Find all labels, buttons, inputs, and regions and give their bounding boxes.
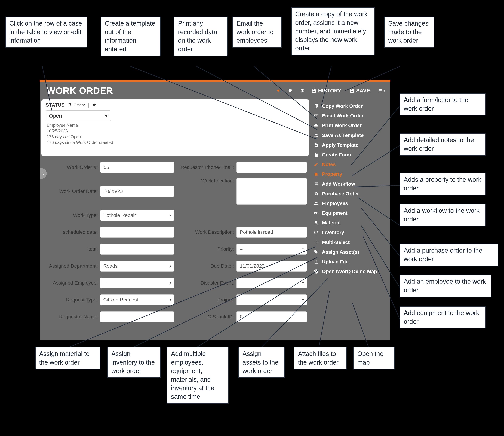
side-item-open-iworq-demo-map[interactable]: Open iWorQ Demo Map [311, 267, 390, 276]
camera-icon [313, 191, 319, 196]
page-title: WORK ORDER [47, 85, 113, 96]
side-item-label: Upload File [322, 258, 349, 265]
form-label: Disaster Event: [178, 280, 234, 286]
side-item-label: Apply Template [322, 142, 358, 148]
side-item-email-work-order[interactable]: Email Work Order [311, 111, 390, 121]
status-favorite-button[interactable] [92, 103, 96, 107]
form-label: scheduled date: [45, 229, 98, 235]
callout-notes: Add detailed notes to the work order [400, 133, 486, 155]
menu-toggle[interactable]: ≡ › [376, 87, 385, 95]
select-value: Roads [103, 263, 117, 269]
side-item-employees[interactable]: Employees [311, 199, 390, 208]
chevron-right-icon: › [383, 88, 385, 93]
text-input[interactable] [100, 227, 174, 238]
text-field[interactable] [103, 246, 171, 252]
heart-icon[interactable] [286, 87, 294, 94]
side-item-property[interactable]: Property [311, 169, 390, 179]
status-history-button[interactable]: History [68, 103, 85, 107]
select-value: Citizen Request [103, 297, 138, 303]
callout-material: Assign material to the work order [35, 347, 100, 369]
text-field[interactable] [103, 164, 171, 170]
form-row: test: [45, 241, 174, 257]
callout-assets: Assign assets to the work order [238, 347, 285, 378]
file-add-icon [313, 143, 319, 147]
upload-icon [313, 260, 319, 264]
form-grid: Work Order #:Requestor Phone/Email:Work … [40, 159, 311, 325]
heart-icon [92, 103, 96, 107]
side-item-label: Multi-Select [322, 239, 350, 246]
text-input[interactable] [236, 261, 307, 272]
select-input[interactable]: --▾ [236, 244, 307, 254]
side-item-copy-work-order[interactable]: Copy Work Order [311, 101, 390, 111]
home-icon [313, 172, 319, 176]
text-input[interactable] [100, 244, 174, 254]
hamburger-icon: ≡ [378, 87, 382, 95]
side-item-label: Save As Template [322, 132, 364, 139]
side-item-label: Email Work Order [322, 112, 364, 119]
side-item-label: Print Work Order [322, 122, 362, 129]
side-item-add-workflow[interactable]: Add Workflow [311, 179, 390, 189]
history-button[interactable]: HISTORY [309, 88, 343, 94]
text-field[interactable] [240, 263, 304, 269]
side-item-print-work-order[interactable]: Print Work Order [311, 121, 390, 130]
side-item-multi-select[interactable]: Multi-Select [311, 237, 390, 247]
chevron-left-icon: ‹ [43, 171, 44, 176]
file-icon [313, 153, 319, 157]
side-item-label: Property [322, 171, 342, 178]
text-input[interactable] [236, 311, 307, 322]
text-input[interactable] [100, 311, 174, 322]
form-label: Project: [178, 297, 234, 303]
side-item-purchase-order[interactable]: Purchase Order [311, 189, 390, 199]
textarea-input[interactable] [236, 178, 307, 205]
form-row: Work Description: [178, 224, 307, 240]
print-icon [313, 123, 319, 128]
form-label: Work Type: [45, 212, 98, 218]
text-field[interactable] [240, 164, 304, 170]
side-item-save-as-template[interactable]: Save As Template [311, 130, 390, 140]
side-item-apply-template[interactable]: Apply Template [311, 140, 390, 150]
text-field[interactable] [103, 229, 171, 235]
text-input[interactable] [236, 227, 307, 238]
callout-save: Save changes made to the work order [384, 17, 434, 48]
text-input[interactable] [100, 186, 174, 197]
select-input[interactable]: --▾ [236, 294, 307, 305]
select-input[interactable]: Citizen Request▾ [100, 294, 174, 305]
text-field[interactable] [240, 314, 304, 320]
side-item-create-form[interactable]: Create Form [311, 150, 390, 160]
bullhorn-icon[interactable] [275, 87, 283, 94]
status-meta-name: Employee Name [47, 123, 306, 128]
side-item-inventory[interactable]: Inventory [311, 227, 390, 237]
save-button[interactable]: SAVE [347, 88, 372, 94]
select-input[interactable]: --▾ [236, 278, 307, 288]
save-icon [311, 88, 316, 93]
form-row: Work Type:Pothole Repair▾ [45, 207, 174, 223]
caret-down-icon: ▾ [302, 247, 304, 251]
status-select[interactable]: Open ▾ [46, 110, 111, 121]
textarea[interactable] [240, 180, 304, 201]
side-item-label: Employees [322, 200, 348, 207]
form-label: GIS Link ID: [178, 314, 234, 320]
text-input[interactable] [236, 162, 307, 173]
callout-files: Attach files to the work order [294, 347, 347, 369]
side-item-material[interactable]: Material [311, 218, 390, 227]
side-item-equipment[interactable]: Equipment [311, 208, 390, 218]
text-field[interactable] [240, 229, 304, 235]
callout-map: Open the map [353, 347, 395, 369]
side-item-label: Assign Asset(s) [322, 249, 359, 255]
text-input[interactable] [100, 162, 174, 173]
side-item-assign-asset-s[interactable]: Assign Asset(s) [311, 247, 390, 257]
select-input[interactable]: Roads▾ [100, 261, 174, 272]
form-label: Work Order Date: [45, 189, 98, 194]
side-item-label: Purchase Order [322, 190, 359, 197]
save-icon [68, 103, 72, 107]
select-input[interactable]: Pothole Repair▾ [100, 210, 174, 221]
callout-multi: Add multiple employees, equipment, mater… [167, 347, 229, 404]
gears-icon[interactable] [298, 87, 306, 94]
side-item-notes[interactable]: Notes [311, 160, 390, 169]
side-item-upload-file[interactable]: Upload File [311, 257, 390, 267]
select-input[interactable]: --▾ [100, 278, 174, 288]
form-row: Work Location: [178, 176, 307, 206]
text-field[interactable] [103, 314, 171, 320]
select-value: -- [240, 246, 243, 252]
text-field[interactable] [103, 188, 171, 194]
